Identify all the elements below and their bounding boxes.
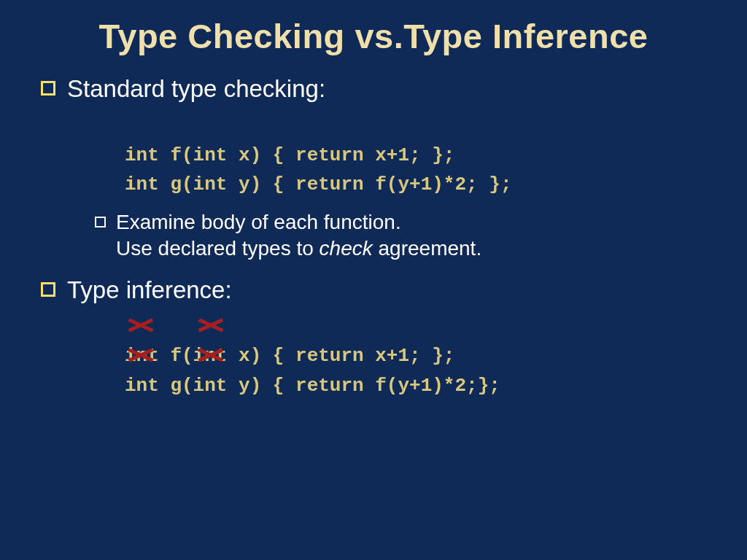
bullet-square-icon <box>41 282 55 297</box>
bullet-square-icon <box>95 217 106 228</box>
cross-out-icon <box>128 314 154 336</box>
sub-bullet: Examine body of each function. Use decla… <box>95 209 711 262</box>
text-fragment: agreement. <box>373 237 481 260</box>
code-line: int g(int y) { return f(y+1)*2;}; <box>125 375 500 397</box>
code-block-type-inference: int f(int x) { return x+1; }; int g(int … <box>125 312 711 547</box>
text-emph: check <box>320 237 373 260</box>
slide: Type Checking vs.Type Inference Standard… <box>0 0 747 560</box>
text-fragment: Use declared types to <box>116 237 320 260</box>
sub-text: Examine code without type information. I… <box>116 557 711 560</box>
text-fragment: Examine body of each function. <box>116 211 401 233</box>
code-block-type-checking: int f(int x) { return x+1; }; int g(int … <box>125 111 711 199</box>
code-line: int f(int x) { return x+1; }; <box>125 144 454 166</box>
code-line: int g(int y) { return f(y+1)*2; }; <box>125 174 512 195</box>
sub-text: Examine body of each function. Use decla… <box>116 209 481 262</box>
slide-title: Type Checking vs.Type Inference <box>36 16 711 56</box>
heading-type-checking: Standard type checking: <box>67 74 325 104</box>
bullet-type-checking: Standard type checking: int f(int x) { r… <box>41 74 711 262</box>
bullet-square-icon <box>41 81 55 96</box>
code-line: int f(int x) { return x+1; }; <box>125 345 454 367</box>
bullet-type-inference: Type inference: int f(int x) { return x+… <box>41 275 711 560</box>
sub-bullet: Examine code without type information. I… <box>95 557 711 560</box>
cross-out-icon <box>198 314 224 336</box>
heading-type-inference: Type inference: <box>67 275 232 305</box>
